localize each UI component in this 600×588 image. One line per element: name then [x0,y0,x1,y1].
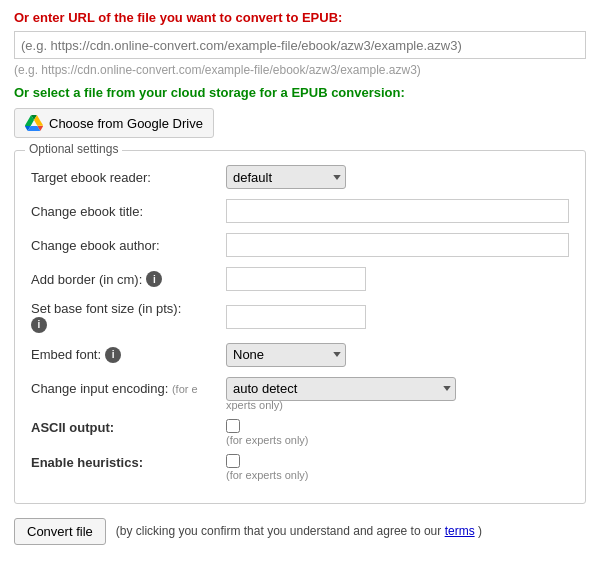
heuristics-control [226,454,569,471]
add-border-row: Add border (in cm): i [31,267,569,291]
ascii-row: ASCII output: [31,419,569,436]
embed-font-select[interactable]: None Arial Times New Roman Courier New [226,343,346,367]
encoding-label-text: Change input encoding: (for e [31,381,198,396]
ascii-output-section: ASCII output: (for experts only) [31,419,569,446]
encoding-label: Change input encoding: (for e [31,381,226,396]
add-border-label: Add border (in cm): i [31,271,226,287]
embed-font-info-icon[interactable]: i [105,347,121,363]
base-font-info-icon[interactable]: i [31,317,47,333]
heuristics-row: Enable heuristics: [31,454,569,471]
gdrive-button[interactable]: Choose from Google Drive [14,108,214,138]
ebook-author-control [226,233,569,257]
encoding-section: Change input encoding: (for e auto detec… [31,377,569,411]
encoding-row: Change input encoding: (for e auto detec… [31,377,569,401]
target-ebook-reader-label: Target ebook reader: [31,170,226,185]
ebook-title-input[interactable] [226,199,569,223]
base-font-size-input[interactable] [226,305,366,329]
ebook-author-row: Change ebook author: [31,233,569,257]
ascii-control [226,419,569,436]
heuristics-checkbox[interactable] [226,454,240,468]
add-border-input[interactable] [226,267,366,291]
url-section: Or enter URL of the file you want to con… [14,10,586,77]
embed-font-control: None Arial Times New Roman Courier New [226,343,569,367]
ebook-author-label: Change ebook author: [31,238,226,253]
url-label: Or enter URL of the file you want to con… [14,10,586,25]
encoding-control: auto detect UTF-8 ISO-8859-1 windows-125… [226,377,569,401]
ascii-label: ASCII output: [31,420,226,435]
target-ebook-reader-row: Target ebook reader: default kindle kobo… [31,165,569,189]
heuristics-label: Enable heuristics: [31,455,226,470]
url-placeholder: (e.g. https://cdn.online-convert.com/exa… [14,63,586,77]
ascii-checkbox[interactable] [226,419,240,433]
convert-area: Convert file (by clicking you confirm th… [14,518,586,545]
url-input[interactable] [14,31,586,59]
base-font-size-row: Set base font size (in pts): i [31,301,569,333]
target-ebook-reader-control: default kindle kobo nook ipad [226,165,569,189]
ebook-author-input[interactable] [226,233,569,257]
base-font-size-label: Set base font size (in pts): i [31,301,226,333]
encoding-select[interactable]: auto detect UTF-8 ISO-8859-1 windows-125… [226,377,456,401]
heuristics-section: Enable heuristics: (for experts only) [31,454,569,481]
ebook-title-label: Change ebook title: [31,204,226,219]
add-border-info-icon[interactable]: i [146,271,162,287]
embed-font-label: Embed font: i [31,347,226,363]
terms-link[interactable]: terms [445,524,475,538]
ebook-title-row: Change ebook title: [31,199,569,223]
gdrive-button-label: Choose from Google Drive [49,116,203,131]
convert-note: (by clicking you confirm that you unders… [116,524,586,538]
ebook-title-control [226,199,569,223]
add-border-control [226,267,569,291]
cloud-section: Or select a file from your cloud storage… [14,85,586,150]
embed-font-row: Embed font: i None Arial Times New Roman… [31,343,569,367]
optional-settings: Optional settings Target ebook reader: d… [14,150,586,504]
optional-settings-legend: Optional settings [25,142,122,156]
gdrive-icon [25,114,43,132]
cloud-label: Or select a file from your cloud storage… [14,85,586,100]
convert-button[interactable]: Convert file [14,518,106,545]
base-font-size-control [226,305,569,329]
target-ebook-reader-select[interactable]: default kindle kobo nook ipad [226,165,346,189]
